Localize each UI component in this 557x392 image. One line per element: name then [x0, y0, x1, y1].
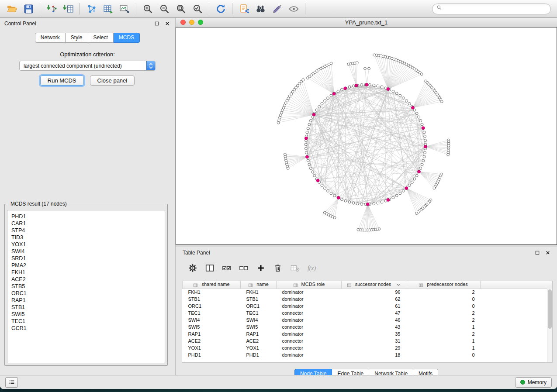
column-header-successor-nodes[interactable]: successor nodes — [342, 281, 406, 289]
table-row[interactable]: FKH1FKH1dominator962 — [183, 289, 552, 296]
table-cell[interactable]: dominator — [277, 296, 342, 303]
table-cell[interactable]: 61 — [342, 303, 406, 309]
table-cell[interactable]: dominator — [277, 330, 342, 337]
checks-on-button[interactable] — [220, 261, 233, 275]
table-cell[interactable]: 47 — [342, 309, 406, 316]
table-cell[interactable]: 2 — [406, 309, 481, 316]
list-item[interactable]: ACE2 — [11, 276, 165, 283]
table-cell[interactable]: 46 — [342, 316, 406, 323]
criterion-dropdown[interactable]: largest connected component (undirected) — [19, 61, 156, 71]
binoculars-button[interactable] — [252, 2, 269, 16]
table-x-button[interactable] — [288, 261, 301, 275]
import-network-button[interactable] — [43, 2, 60, 16]
duplicate-network-button[interactable] — [235, 2, 252, 16]
close-panel-icon[interactable] — [545, 250, 551, 256]
table-cell[interactable]: ORC1 — [183, 303, 241, 309]
table-cell[interactable]: 2 — [406, 289, 481, 296]
table-cell[interactable]: 2 — [406, 330, 481, 337]
list-item[interactable]: STP4 — [11, 227, 165, 234]
table-row[interactable]: STB1STB1dominator620 — [183, 296, 552, 303]
table-cell[interactable]: ACE2 — [241, 337, 277, 344]
table-cell[interactable]: 2 — [406, 316, 481, 323]
column-header-MCDS-role[interactable]: MCDS role — [277, 281, 342, 289]
column-header-predecessor-nodes[interactable]: predecessor nodes — [406, 281, 481, 289]
list-item[interactable]: TEC1 — [11, 318, 165, 325]
zoom-out-button[interactable] — [156, 2, 173, 16]
list-item[interactable]: RAP1 — [11, 297, 165, 304]
table-cell[interactable]: RAP1 — [241, 330, 277, 337]
table-cell[interactable]: dominator — [277, 289, 342, 296]
table-cell[interactable]: 0 — [406, 303, 481, 309]
list-item[interactable]: PHD1 — [11, 213, 165, 220]
float-window-icon[interactable] — [534, 250, 540, 256]
new-network-button[interactable] — [83, 2, 100, 16]
table-cell[interactable]: 1 — [406, 344, 481, 351]
table-row[interactable]: ORC1ORC1dominator610 — [183, 303, 552, 309]
add-button[interactable] — [254, 261, 267, 275]
table-cell[interactable]: 31 — [342, 337, 406, 344]
table-cell[interactable]: 18 — [342, 351, 406, 358]
zoom-window-icon[interactable] — [198, 20, 203, 25]
list-item[interactable]: CAR1 — [11, 220, 165, 227]
table-cell[interactable]: ORC1 — [241, 303, 277, 309]
list-item[interactable]: PMA2 — [11, 262, 165, 269]
table-cell[interactable]: dominator — [277, 303, 342, 309]
table-cell[interactable]: dominator — [277, 351, 342, 358]
table-cell[interactable]: 29 — [342, 344, 406, 351]
table-cell[interactable]: connector — [277, 344, 342, 351]
zoom-in-button[interactable] — [139, 2, 156, 16]
table-cell[interactable]: 0 — [406, 351, 481, 358]
table-cell[interactable]: RAP1 — [183, 330, 241, 337]
table-cell[interactable]: connector — [277, 323, 342, 330]
table-cell[interactable]: 43 — [342, 323, 406, 330]
table-cell[interactable]: dominator — [277, 316, 342, 323]
tab-style[interactable]: Style — [66, 33, 88, 43]
table-row[interactable]: YOX1YOX1connector291 — [183, 344, 552, 351]
run-mcds-button[interactable]: Run MCDS — [40, 76, 84, 86]
table-cell[interactable]: STB1 — [183, 296, 241, 303]
panel-list-button[interactable] — [5, 377, 18, 388]
save-button[interactable] — [20, 2, 37, 16]
list-item[interactable]: SRD1 — [11, 255, 165, 262]
open-folder-button[interactable] — [3, 2, 20, 16]
table-cell[interactable]: TEC1 — [183, 309, 241, 316]
split-columns-button[interactable] — [203, 261, 216, 275]
close-window-icon[interactable] — [180, 20, 186, 25]
show-annotations-button[interactable] — [285, 2, 302, 16]
list-item[interactable]: GCR1 — [11, 325, 165, 332]
table-scrollbar[interactable] — [547, 289, 552, 362]
export-image-button[interactable] — [116, 2, 133, 16]
table-row[interactable]: PHD1PHD1dominator180 — [183, 351, 552, 358]
scrollbar-thumb[interactable] — [548, 289, 552, 329]
zoom-fit-button[interactable] — [173, 2, 189, 16]
float-window-icon[interactable] — [154, 21, 160, 27]
zoom-selected-button[interactable] — [189, 2, 206, 16]
list-item[interactable]: STB5 — [11, 283, 165, 290]
search-input[interactable] — [445, 5, 547, 12]
table-cell[interactable]: STB1 — [241, 296, 277, 303]
table-row[interactable]: TEC1TEC1connector472 — [183, 309, 552, 316]
list-item[interactable]: FKH1 — [11, 269, 165, 276]
checks-off-button[interactable] — [237, 261, 250, 275]
close-panel-button[interactable]: Close panel — [90, 76, 135, 86]
table-cell[interactable]: SWI5 — [183, 323, 241, 330]
table-cell[interactable]: FKH1 — [183, 289, 241, 296]
tab-mcds[interactable]: MCDS — [114, 33, 140, 43]
table-cell[interactable]: SWI4 — [241, 316, 277, 323]
table-cell[interactable]: YOX1 — [241, 344, 277, 351]
table-row[interactable]: SWI4SWI4dominator462 — [183, 316, 552, 323]
close-panel-icon[interactable] — [164, 21, 170, 27]
table-cell[interactable]: FKH1 — [241, 289, 277, 296]
table-cell[interactable]: connector — [277, 309, 342, 316]
tab-select[interactable]: Select — [88, 33, 114, 43]
tab-network[interactable]: Network — [35, 33, 66, 43]
gear-button[interactable] — [186, 261, 199, 275]
table-cell[interactable]: 96 — [342, 289, 406, 296]
table-cell[interactable]: 1 — [406, 323, 481, 330]
list-item[interactable]: STB1 — [11, 304, 165, 311]
table-row[interactable]: SWI5SWI5connector431 — [183, 323, 552, 330]
memory-button[interactable]: Memory — [515, 377, 552, 388]
list-item[interactable]: TID3 — [11, 234, 165, 241]
column-header-shared-name[interactable]: shared name — [183, 281, 241, 289]
table-cell[interactable]: SWI4 — [183, 316, 241, 323]
